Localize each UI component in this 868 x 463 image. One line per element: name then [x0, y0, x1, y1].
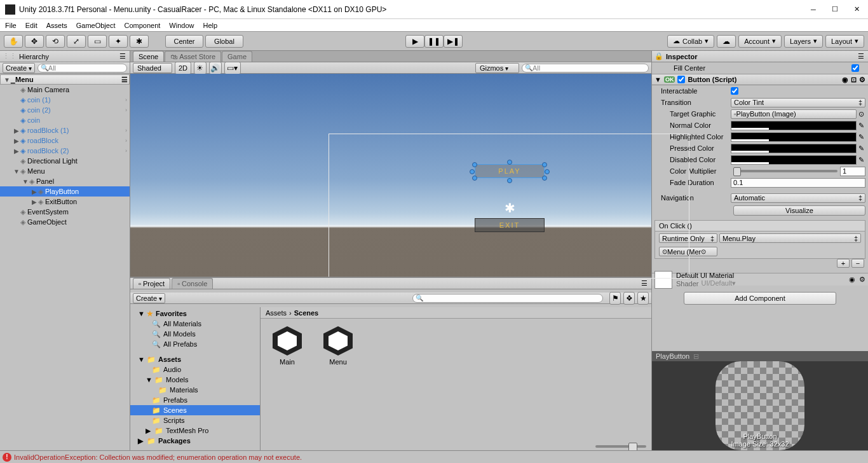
tab-asset-store[interactable]: 🛍 Asset Store	[165, 51, 221, 62]
target-graphic-field[interactable]: ▫ PlayButton (Image)	[731, 109, 857, 119]
transform-tool-button[interactable]: ✦	[109, 35, 128, 48]
packages-folder[interactable]: ▶📁Packages	[130, 436, 260, 446]
folder-audio[interactable]: 📁Audio	[130, 364, 260, 375]
resize-handle[interactable]	[470, 169, 475, 174]
folder-textmesh[interactable]: ▶📁TextMesh Pro	[130, 425, 260, 436]
favorites-header[interactable]: ▼★Favorites	[130, 308, 260, 319]
hierarchy-item[interactable]: ◈GameObject	[0, 217, 130, 227]
shading-mode-dropdown[interactable]: Shaded	[133, 63, 172, 73]
breadcrumb-assets[interactable]: Assets	[266, 309, 287, 317]
function-dropdown[interactable]: Menu.Play‡	[719, 233, 861, 243]
resize-handle[interactable]	[472, 176, 477, 181]
lighting-toggle[interactable]: ☀	[194, 62, 207, 74]
layout-dropdown[interactable]: Layout ▾	[825, 35, 864, 48]
folder-models[interactable]: ▼📁Models	[130, 375, 260, 385]
highlighted-color-swatch[interactable]	[731, 132, 857, 142]
menu-file[interactable]: File	[5, 22, 17, 29]
tab-game[interactable]: Game	[222, 51, 252, 62]
menu-edit[interactable]: Edit	[25, 22, 37, 29]
tab-project[interactable]: ▫ Project	[133, 278, 170, 289]
eyedropper-icon[interactable]: ✎	[857, 156, 865, 164]
fav-all-prefabs[interactable]: 🔍All Prefabs	[130, 339, 260, 349]
help-icon[interactable]: ◉	[842, 76, 848, 84]
project-create-button[interactable]: Create ▾	[133, 293, 165, 303]
normal-color-swatch[interactable]	[731, 121, 857, 130]
panel-menu-icon[interactable]: ☰	[118, 53, 127, 60]
object-picker-icon[interactable]: ⊙	[857, 110, 865, 118]
fade-duration-input[interactable]	[731, 178, 865, 188]
menu-help[interactable]: Help	[203, 22, 217, 29]
component-enabled-checkbox[interactable]	[677, 76, 685, 83]
move-tool-button[interactable]: ✥	[25, 35, 44, 48]
pivot-rotation-button[interactable]: Global	[205, 35, 243, 48]
hierarchy-header[interactable]: ⋮⋮ Hierarchy ☰	[0, 51, 130, 62]
hierarchy-item[interactable]: ◈Main Camera	[0, 85, 130, 95]
multiplier-slider[interactable]	[733, 170, 837, 172]
button-component-header[interactable]: ▼ OK Button (Script) ◉ ⊡ ⚙	[652, 74, 868, 85]
visualize-button[interactable]: Visualize	[733, 205, 865, 216]
hierarchy-create-button[interactable]: Create ▾	[3, 63, 35, 73]
add-component-button[interactable]: Add Component	[684, 292, 836, 305]
folder-materials[interactable]: 📁Materials	[130, 385, 260, 395]
preview-header[interactable]: PlayButton ⊟	[652, 351, 868, 361]
grid-size-slider[interactable]	[595, 445, 646, 448]
pressed-color-swatch[interactable]	[731, 144, 857, 153]
hierarchy-item[interactable]: ◈coin (2)›	[0, 105, 130, 115]
lock-icon[interactable]: 🔒	[654, 52, 663, 60]
project-search-input[interactable]: 🔍	[412, 294, 603, 303]
resize-handle[interactable]	[545, 169, 550, 174]
hierarchy-item[interactable]: ▶◈roadBlock (2)›	[0, 146, 130, 156]
preset-icon[interactable]: ⊡	[851, 76, 857, 84]
breadcrumb-scenes[interactable]: Scenes	[294, 309, 319, 317]
hierarchy-item[interactable]: ▼◈Panel	[0, 176, 130, 186]
tab-console[interactable]: ▫ Console	[172, 278, 213, 289]
hierarchy-search-input[interactable]: 🔍 All	[37, 64, 127, 73]
filter-type-button[interactable]: ❖	[623, 292, 635, 305]
multiplier-input[interactable]	[840, 167, 865, 176]
tab-scene[interactable]: Scene	[133, 51, 164, 62]
eyedropper-icon[interactable]: ✎	[857, 121, 865, 130]
hierarchy-item[interactable]: ◈coin (1)›	[0, 95, 130, 105]
filter-button[interactable]: ⚑	[609, 292, 621, 305]
step-button[interactable]: ▶❚	[444, 35, 463, 48]
fav-all-materials[interactable]: 🔍All Materials	[130, 319, 260, 329]
account-dropdown[interactable]: Account ▾	[738, 35, 782, 48]
hierarchy-item[interactable]: ▶◈roadBlock (1)›	[0, 125, 130, 135]
resize-handle[interactable]	[542, 176, 547, 181]
navigation-dropdown[interactable]: Automatic‡	[731, 193, 865, 203]
maximize-button[interactable]: ☐	[831, 6, 839, 13]
hierarchy-item[interactable]: ▶◈PlayButton	[0, 186, 130, 197]
rotate-tool-button[interactable]: ⟲	[46, 35, 65, 48]
panel-menu-icon[interactable]: ☰	[857, 53, 865, 60]
help-icon[interactable]: ◉	[849, 275, 855, 284]
resize-handle[interactable]	[507, 178, 512, 183]
layers-dropdown[interactable]: Layers ▾	[784, 35, 823, 48]
pause-button[interactable]: ❚❚	[424, 35, 444, 48]
hand-tool-button[interactable]: ✋	[4, 35, 23, 48]
scene-menu-icon[interactable]: ☰	[120, 76, 129, 83]
audio-toggle[interactable]: 🔊	[209, 62, 222, 74]
panel-menu-icon[interactable]: ☰	[640, 280, 649, 287]
gear-icon[interactable]: ⚙	[859, 76, 865, 84]
fx-toggle[interactable]: ▭▾	[224, 62, 241, 74]
hierarchy-item[interactable]: ▼◈Menu	[0, 166, 130, 176]
move-gizmo-icon[interactable]: ✱	[505, 200, 515, 216]
fav-all-models[interactable]: 🔍All Models	[130, 329, 260, 339]
ui-exit-button[interactable]: EXIT	[475, 218, 545, 232]
disabled-color-swatch[interactable]	[731, 155, 857, 165]
menu-assets[interactable]: Assets	[46, 22, 67, 29]
rect-tool-button[interactable]: ▭	[88, 35, 107, 48]
resize-handle[interactable]	[542, 162, 547, 167]
gear-icon[interactable]: ⚙	[859, 275, 865, 284]
2d-toggle-button[interactable]: 2D	[175, 62, 191, 74]
assets-folder[interactable]: ▼📁Assets	[130, 354, 260, 364]
scene-header[interactable]: ▼ ⎯ Menu ☰	[0, 74, 130, 85]
resize-handle[interactable]	[472, 162, 477, 167]
menu-component[interactable]: Component	[124, 22, 160, 29]
menu-gameobject[interactable]: GameObject	[76, 22, 116, 29]
asset-menu[interactable]: Menu	[319, 326, 357, 366]
folder-prefabs[interactable]: 📁Prefabs	[130, 395, 260, 405]
remove-event-button[interactable]: −	[851, 259, 864, 268]
hierarchy-item[interactable]: ▶◈roadBlock›	[0, 135, 130, 146]
hierarchy-item[interactable]: ◈Directional Light	[0, 156, 130, 166]
